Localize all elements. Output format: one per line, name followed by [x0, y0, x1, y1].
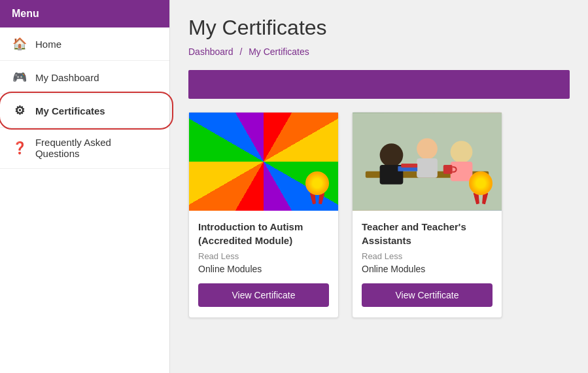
breadcrumb-certificates[interactable]: My Certificates — [249, 46, 309, 57]
card-teachers-body: Teacher and Teacher's Assistants Read Le… — [353, 211, 502, 317]
view-certificate-autism-button[interactable]: View Certificate — [198, 283, 329, 307]
card-autism-image-wrapper — [189, 113, 338, 211]
purple-banner — [188, 70, 570, 99]
sidebar-item-home-label: Home — [35, 39, 61, 50]
card-teachers-title: Teacher and Teacher's Assistants — [362, 220, 493, 247]
breadcrumb-separator: / — [239, 46, 245, 57]
svg-rect-5 — [417, 158, 438, 178]
sidebar-item-faq[interactable]: ❓ Frequently Asked Questions — [0, 128, 169, 169]
certificate-badge-autism — [303, 171, 332, 204]
card-teachers: Teacher and Teacher's Assistants Read Le… — [352, 112, 502, 318]
cards-container: Introduction to Autism (Accredited Modul… — [188, 112, 570, 318]
svg-rect-9 — [401, 164, 417, 168]
svg-rect-10 — [443, 165, 453, 174]
dashboard-icon: 🎮 — [12, 70, 27, 84]
card-teachers-image-wrapper — [353, 113, 502, 211]
card-autism-read-less[interactable]: Read Less — [198, 251, 329, 261]
card-autism: Introduction to Autism (Accredited Modul… — [188, 112, 339, 318]
home-icon: 🏠 — [12, 37, 27, 51]
badge-circle-teachers — [469, 171, 493, 195]
page-title: My Certificates — [188, 16, 570, 40]
svg-point-6 — [451, 141, 473, 163]
card-autism-type: Online Modules — [198, 264, 329, 274]
view-certificate-teachers-button[interactable]: View Certificate — [362, 283, 493, 307]
faq-icon: ❓ — [12, 141, 27, 155]
svg-point-4 — [417, 138, 438, 159]
sidebar-item-faq-label: Frequently Asked Questions — [35, 137, 158, 159]
certificates-icon: ⚙ — [12, 103, 27, 118]
main-content: My Certificates Dashboard / My Certifica… — [170, 0, 588, 373]
breadcrumb-dashboard[interactable]: Dashboard — [188, 46, 233, 57]
card-autism-body: Introduction to Autism (Accredited Modul… — [189, 211, 338, 317]
sidebar-item-dashboard-label: My Dashboard — [35, 72, 99, 83]
card-autism-title: Introduction to Autism (Accredited Modul… — [198, 220, 329, 247]
breadcrumb: Dashboard / My Certificates — [188, 46, 570, 57]
sidebar-item-home[interactable]: 🏠 Home — [0, 27, 169, 61]
sidebar-item-dashboard[interactable]: 🎮 My Dashboard — [0, 61, 169, 94]
certificate-badge-teachers — [466, 171, 495, 204]
svg-point-2 — [380, 143, 404, 167]
card-teachers-read-less[interactable]: Read Less — [362, 251, 493, 261]
sidebar-item-certificates[interactable]: ⚙ My Certificates — [0, 94, 169, 128]
card-teachers-type: Online Modules — [362, 264, 493, 274]
badge-circle — [305, 171, 329, 195]
sidebar-item-certificates-label: My Certificates — [35, 105, 105, 116]
sidebar-header: Menu — [0, 0, 169, 27]
sidebar: Menu 🏠 Home 🎮 My Dashboard ⚙ My Certific… — [0, 0, 170, 373]
